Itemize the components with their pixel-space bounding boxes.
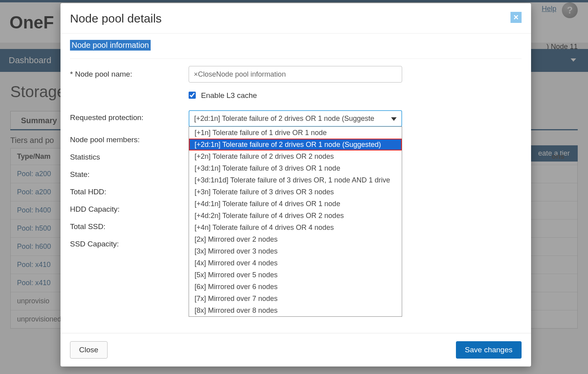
label-state: State: [70, 170, 189, 179]
label-total-hdd: Total HDD: [70, 188, 189, 196]
protection-option[interactable]: [2x] Mirrored over 2 nodes [189, 233, 402, 245]
close-icon[interactable]: × [510, 12, 522, 23]
close-button[interactable]: Close [70, 341, 108, 359]
protection-option[interactable]: [+2n] Tolerate failure of 2 drives OR 2 … [189, 150, 402, 162]
l3-cache-label[interactable]: Enable L3 cache [189, 91, 257, 100]
protection-option[interactable]: [6x] Mirrored over 6 nodes [189, 281, 402, 293]
label-requested-protection: Requested protection: [70, 110, 189, 122]
node-pool-name-input[interactable] [189, 66, 402, 83]
modal-title: Node pool details [70, 12, 162, 25]
protection-option[interactable]: [+2d:1n] Tolerate failure of 2 drives OR… [189, 139, 402, 150]
protection-option[interactable]: [+3d:1n1d] Tolerate failure of 3 drives … [189, 174, 402, 186]
label-node-pool-members: Node pool members: [70, 135, 189, 144]
requested-protection-select[interactable]: [+2d:1n] Tolerate failure of 2 drives OR… [189, 110, 402, 127]
label-hdd-capacity: HDD Capacity: [70, 205, 189, 214]
protection-option[interactable]: [+3d:1n] Tolerate failure of 3 drives OR… [189, 162, 402, 174]
label-total-ssd: Total SSD: [70, 222, 189, 231]
protection-option[interactable]: [+4n] Tolerate failure of 4 drives OR 4 … [189, 222, 402, 233]
protection-option[interactable]: [+1n] Tolerate failure of 1 drive OR 1 n… [189, 127, 402, 139]
protection-selected-text: [+2d:1n] Tolerate failure of 2 drives OR… [194, 115, 374, 122]
node-pool-details-modal: Node pool details × Node pool informatio… [61, 3, 531, 366]
protection-dropdown-list: [+1n] Tolerate failure of 1 drive OR 1 n… [189, 126, 402, 317]
protection-option[interactable]: [7x] Mirrored over 7 nodes [189, 293, 402, 304]
label-ssd-capacity: SSD Capacity: [70, 240, 189, 248]
divider [70, 58, 522, 59]
protection-option[interactable]: [8x] Mirrored over 8 nodes [189, 304, 402, 316]
protection-option[interactable]: [4x] Mirrored over 4 nodes [189, 257, 402, 269]
save-changes-button[interactable]: Save changes [456, 341, 522, 359]
section-title: Node pool information [70, 40, 151, 51]
label-statistics: Statistics [70, 153, 189, 162]
protection-option[interactable]: [5x] Mirrored over 5 nodes [189, 269, 402, 281]
l3-cache-text: Enable L3 cache [201, 91, 257, 100]
protection-option[interactable]: [3x] Mirrored over 3 nodes [189, 245, 402, 257]
protection-option[interactable]: [+3n] Tolerate failure of 3 drives OR 3 … [189, 186, 402, 198]
label-node-pool-name: * Node pool name: [70, 70, 189, 79]
protection-option[interactable]: [+4d:2n] Tolerate failure of 4 drives OR… [189, 210, 402, 222]
l3-cache-checkbox[interactable] [189, 92, 196, 99]
protection-option[interactable]: [+4d:1n] Tolerate failure of 4 drives OR… [189, 198, 402, 210]
